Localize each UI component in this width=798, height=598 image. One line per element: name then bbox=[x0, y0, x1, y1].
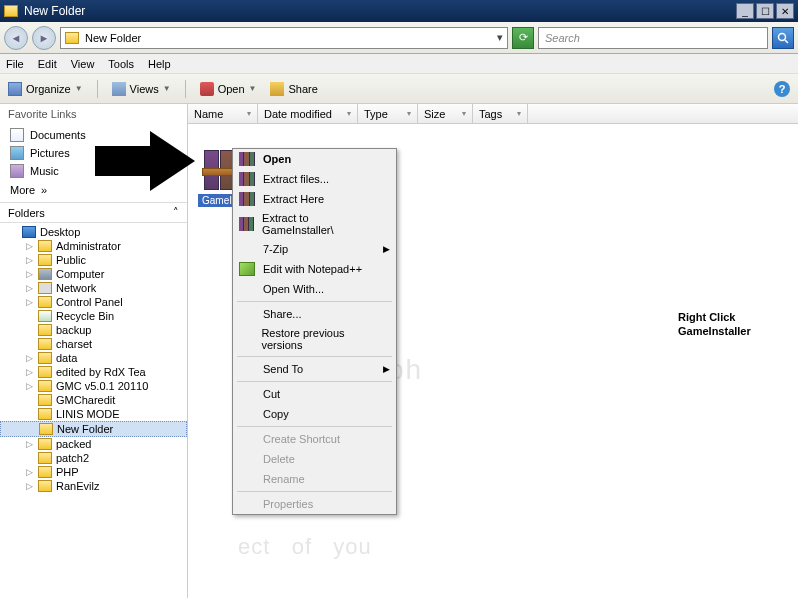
context-menu-item[interactable]: Open With... bbox=[233, 279, 396, 299]
views-button[interactable]: Views▼ bbox=[112, 82, 171, 96]
help-button[interactable]: ? bbox=[774, 81, 790, 97]
tree-item[interactable]: ▷packed bbox=[0, 437, 187, 451]
column-header[interactable]: Date modified▾ bbox=[258, 104, 358, 123]
column-headers: Name▾Date modified▾Type▾Size▾Tags▾ bbox=[188, 104, 798, 124]
organize-icon bbox=[8, 82, 22, 96]
tree-item[interactable]: backup bbox=[0, 323, 187, 337]
tree-item[interactable]: ▷RanEvilz bbox=[0, 479, 187, 493]
context-menu-item: Rename bbox=[233, 469, 396, 489]
menu-tools[interactable]: Tools bbox=[108, 58, 134, 70]
address-bar[interactable]: New Folder ▾ bbox=[60, 27, 508, 49]
column-header[interactable]: Name▾ bbox=[188, 104, 258, 123]
tree-item[interactable]: ▷Control Panel bbox=[0, 295, 187, 309]
context-menu-item: Delete bbox=[233, 449, 396, 469]
tree-item[interactable]: patch2 bbox=[0, 451, 187, 465]
music-icon bbox=[10, 164, 24, 178]
menu-edit[interactable]: Edit bbox=[38, 58, 57, 70]
context-menu-item: Properties bbox=[233, 494, 396, 514]
search-icon bbox=[777, 32, 789, 44]
maximize-button[interactable]: ☐ bbox=[756, 3, 774, 19]
tree-item[interactable]: charset bbox=[0, 337, 187, 351]
share-button[interactable]: Share bbox=[270, 82, 317, 96]
column-header[interactable]: Type▾ bbox=[358, 104, 418, 123]
context-menu-item[interactable]: Extract files... bbox=[233, 169, 396, 189]
address-text: New Folder bbox=[85, 32, 141, 44]
annotation-text: Right Click GameInstaller bbox=[678, 310, 751, 339]
folder-icon bbox=[65, 32, 79, 44]
folder-tree: Desktop▷Administrator▷Public▷Computer▷Ne… bbox=[0, 223, 187, 598]
views-icon bbox=[112, 82, 126, 96]
tree-item[interactable]: ▷PHP bbox=[0, 465, 187, 479]
tree-item[interactable]: Recycle Bin bbox=[0, 309, 187, 323]
context-menu-item[interactable]: Edit with Notepad++ bbox=[233, 259, 396, 279]
pictures-icon bbox=[10, 146, 24, 160]
close-button[interactable]: ✕ bbox=[776, 3, 794, 19]
tree-item[interactable]: LINIS MODE bbox=[0, 407, 187, 421]
context-menu-item[interactable]: Restore previous versions bbox=[233, 324, 396, 354]
tree-item[interactable]: GMCharedit bbox=[0, 393, 187, 407]
share-icon bbox=[270, 82, 284, 96]
column-header[interactable]: Tags▾ bbox=[473, 104, 528, 123]
folders-header[interactable]: Folders˄ bbox=[0, 202, 187, 223]
favorites-header: Favorite Links bbox=[0, 104, 187, 124]
minimize-button[interactable]: _ bbox=[736, 3, 754, 19]
search-button[interactable] bbox=[772, 27, 794, 49]
context-menu-item[interactable]: Cut bbox=[233, 384, 396, 404]
menu-view[interactable]: View bbox=[71, 58, 95, 70]
context-menu-item[interactable]: Open bbox=[233, 149, 396, 169]
tree-item[interactable]: Desktop bbox=[0, 225, 187, 239]
context-menu-item[interactable]: 7-Zip▶ bbox=[233, 239, 396, 259]
search-input[interactable]: Search bbox=[538, 27, 768, 49]
folder-icon bbox=[4, 5, 18, 17]
tree-item[interactable]: ▷Administrator bbox=[0, 239, 187, 253]
toolbar: Organize▼ Views▼ Open▼ Share ? bbox=[0, 74, 798, 104]
context-menu-item[interactable]: Copy bbox=[233, 404, 396, 424]
context-menu-item[interactable]: Extract Here bbox=[233, 189, 396, 209]
tree-item[interactable]: ▷Network bbox=[0, 281, 187, 295]
chevron-up-icon: ˄ bbox=[173, 206, 179, 219]
titlebar: New Folder _ ☐ ✕ bbox=[0, 0, 798, 22]
context-menu: OpenExtract files...Extract HereExtract … bbox=[232, 148, 397, 515]
tree-item[interactable]: ▷GMC v5.0.1 20110 bbox=[0, 379, 187, 393]
tree-item[interactable]: ▷Public bbox=[0, 253, 187, 267]
navbar: ◄ ► New Folder ▾ ⟳ Search bbox=[0, 22, 798, 54]
context-menu-item[interactable]: Extract to GameInstaller\ bbox=[233, 209, 396, 239]
context-menu-item: Create Shortcut bbox=[233, 429, 396, 449]
svg-line-1 bbox=[785, 40, 788, 43]
menu-help[interactable]: Help bbox=[148, 58, 171, 70]
svg-point-0 bbox=[779, 33, 786, 40]
open-icon bbox=[200, 82, 214, 96]
refresh-button[interactable]: ⟳ bbox=[512, 27, 534, 49]
back-button[interactable]: ◄ bbox=[4, 26, 28, 50]
tree-item[interactable]: ▷Computer bbox=[0, 267, 187, 281]
watermark: ect of you bbox=[238, 534, 372, 560]
open-button[interactable]: Open▼ bbox=[200, 82, 257, 96]
documents-icon bbox=[10, 128, 24, 142]
context-menu-item[interactable]: Share... bbox=[233, 304, 396, 324]
organize-button[interactable]: Organize▼ bbox=[8, 82, 83, 96]
context-menu-item[interactable]: Send To▶ bbox=[233, 359, 396, 379]
column-header[interactable]: Size▾ bbox=[418, 104, 473, 123]
chevron-down-icon[interactable]: ▾ bbox=[497, 31, 503, 44]
forward-button[interactable]: ► bbox=[32, 26, 56, 50]
search-placeholder: Search bbox=[545, 32, 580, 44]
menubar: File Edit View Tools Help bbox=[0, 54, 798, 74]
tree-item[interactable]: ▷data bbox=[0, 351, 187, 365]
tree-item[interactable]: ▷edited by RdX Tea bbox=[0, 365, 187, 379]
tree-item[interactable]: New Folder bbox=[0, 421, 187, 437]
menu-file[interactable]: File bbox=[6, 58, 24, 70]
arrow-annotation bbox=[90, 126, 200, 196]
window-title: New Folder bbox=[24, 4, 736, 18]
